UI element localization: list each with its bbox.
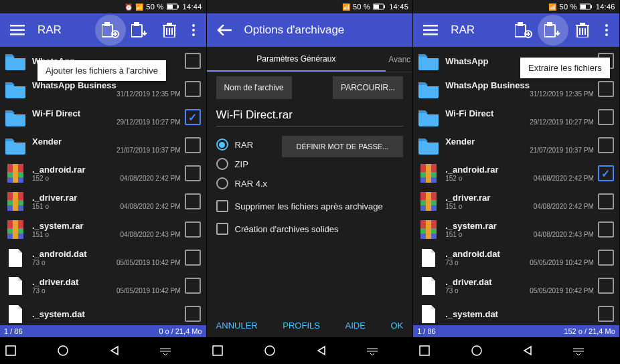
svg-point-68: [605, 29, 608, 31]
browse-button[interactable]: PARCOURIR...: [333, 76, 403, 99]
folder-icon: [416, 78, 441, 100]
rar-icon: [416, 190, 441, 213]
menu-button[interactable]: [417, 13, 444, 47]
file-name: ._system.dat: [445, 309, 594, 319]
extract-archive-button[interactable]: [539, 16, 567, 44]
overflow-menu-button[interactable]: [185, 16, 202, 44]
file-row[interactable]: WhatsApp Business31/12/2019 12:35 PM: [413, 75, 619, 103]
file-row[interactable]: ._android.dat73 o05/05/2019 10:42 PM: [413, 244, 619, 272]
nav-back[interactable]: [108, 345, 149, 356]
tab-advanced[interactable]: Avanc: [386, 48, 412, 71]
delete-button[interactable]: [568, 16, 597, 44]
file-checkbox[interactable]: [185, 109, 201, 125]
nav-drawer[interactable]: [367, 346, 407, 355]
option-solid-archive[interactable]: Création d'archives solides: [216, 220, 404, 238]
archive-name-input[interactable]: [216, 104, 404, 126]
file-row[interactable]: ._android.rar152 o04/08/2020 2:42 PM: [413, 159, 619, 187]
overflow-menu-button[interactable]: [598, 16, 615, 44]
file-row[interactable]: ._system.rar151 o04/08/2020 2:43 PM: [413, 215, 619, 244]
file-list[interactable]: WhatsAppWhatsApp Business31/12/2019 12:3…: [413, 47, 619, 325]
archive-name-button[interactable]: Nom de l'archive: [216, 76, 292, 99]
file-row[interactable]: ._driver.rar151 o04/08/2020 2:42 PM: [413, 187, 619, 215]
radio-off-icon: [216, 158, 228, 170]
add-to-archive-button[interactable]: [510, 16, 538, 44]
nav-home[interactable]: [57, 345, 97, 357]
nav-drawer[interactable]: [573, 346, 613, 355]
signal-icon: [548, 3, 556, 11]
file-checkbox[interactable]: [185, 137, 201, 153]
file-size: 73 o: [445, 287, 458, 294]
file-checkbox[interactable]: [598, 278, 614, 294]
radio-off-icon: [216, 177, 228, 189]
svg-rect-5: [10, 33, 25, 35]
file-row[interactable]: ._driver.dat73 o05/05/2019 10:42 PM: [413, 272, 619, 300]
file-row[interactable]: ._system.rar151 o04/08/2020 2:43 PM: [0, 215, 206, 244]
nav-back[interactable]: [315, 345, 356, 356]
file-checkbox[interactable]: [185, 278, 201, 294]
selection-count: 1 / 86: [417, 327, 436, 335]
file-checkbox[interactable]: [598, 250, 614, 266]
file-checkbox[interactable]: [185, 165, 201, 181]
file-checkbox[interactable]: [185, 250, 201, 266]
help-button[interactable]: AIDE: [345, 321, 365, 331]
battery-icon: [580, 3, 593, 10]
svg-point-67: [605, 24, 608, 27]
file-checkbox[interactable]: [598, 81, 614, 97]
file-row[interactable]: ._system.dat: [413, 300, 619, 325]
file-checkbox[interactable]: [598, 109, 614, 125]
file-checkbox[interactable]: [598, 306, 614, 322]
file-row[interactable]: ._android.dat73 o05/05/2019 10:42 PM: [0, 244, 206, 272]
file-checkbox[interactable]: [598, 193, 614, 209]
file-row[interactable]: ._driver.dat73 o05/05/2019 10:42 PM: [0, 272, 206, 300]
nav-drawer[interactable]: [160, 346, 200, 355]
nav-recent[interactable]: [212, 345, 252, 356]
menu-button[interactable]: [4, 13, 31, 47]
file-row[interactable]: ._system.dat: [0, 300, 206, 325]
format-rar4[interactable]: RAR 4.x: [216, 175, 277, 192]
set-password-button[interactable]: DÉFINIR MOT DE PASSE...: [282, 136, 404, 157]
svg-rect-31: [13, 192, 18, 211]
file-checkbox[interactable]: [185, 81, 201, 97]
svg-rect-42: [374, 5, 379, 9]
file-checkbox[interactable]: [598, 221, 614, 238]
dialog-actions: ANNULER PROFILS AIDE OK: [207, 314, 413, 337]
file-date: 05/05/2019 10:42 PM: [117, 287, 181, 294]
nav-home[interactable]: [264, 345, 304, 357]
clock: 14:44: [183, 3, 202, 11]
extract-archive-button[interactable]: [126, 16, 154, 44]
file-row[interactable]: Wi-Fi Direct29/12/2019 10:27 PM: [0, 103, 206, 131]
file-row[interactable]: ._android.rar152 o04/08/2020 2:42 PM: [0, 159, 206, 187]
options-tabs: Paramètres Généraux Avanc: [207, 47, 413, 72]
svg-rect-1: [167, 5, 173, 9]
file-row[interactable]: Xender21/07/2019 10:37 PM: [413, 131, 619, 159]
svg-rect-36: [13, 220, 18, 239]
svg-rect-54: [515, 25, 526, 37]
back-button[interactable]: [211, 13, 238, 47]
file-checkbox[interactable]: [598, 165, 614, 181]
file-list[interactable]: WhatsAppWhatsApp Business31/12/2019 12:3…: [0, 47, 206, 325]
nav-back[interactable]: [522, 345, 562, 356]
file-checkbox[interactable]: [185, 193, 201, 209]
format-zip[interactable]: ZIP: [216, 155, 277, 173]
cancel-button[interactable]: ANNULER: [216, 321, 258, 331]
format-rar[interactable]: RAR: [216, 136, 277, 153]
file-checkbox[interactable]: [185, 53, 201, 69]
file-row[interactable]: ._driver.rar151 o04/08/2020 2:42 PM: [0, 187, 206, 215]
file-checkbox[interactable]: [185, 221, 201, 238]
option-delete-after[interactable]: Supprimer les fichiers après archivage: [216, 197, 404, 215]
nav-recent[interactable]: [419, 345, 459, 356]
file-row[interactable]: Wi-Fi Direct29/12/2019 10:27 PM: [413, 103, 619, 131]
folder-icon: [3, 50, 28, 72]
app-bar: Options d'archivage: [207, 13, 413, 47]
svg-point-19: [192, 24, 195, 27]
tab-general[interactable]: Paramètres Généraux: [207, 48, 386, 72]
file-checkbox[interactable]: [598, 137, 614, 153]
nav-home[interactable]: [471, 345, 511, 357]
nav-recent[interactable]: [5, 345, 46, 356]
profiles-button[interactable]: PROFILS: [283, 321, 320, 331]
add-to-archive-button[interactable]: [96, 16, 125, 44]
ok-button[interactable]: OK: [390, 321, 403, 331]
file-checkbox[interactable]: [185, 306, 201, 322]
delete-button[interactable]: [155, 16, 183, 44]
file-row[interactable]: Xender21/07/2019 10:37 PM: [0, 131, 206, 159]
